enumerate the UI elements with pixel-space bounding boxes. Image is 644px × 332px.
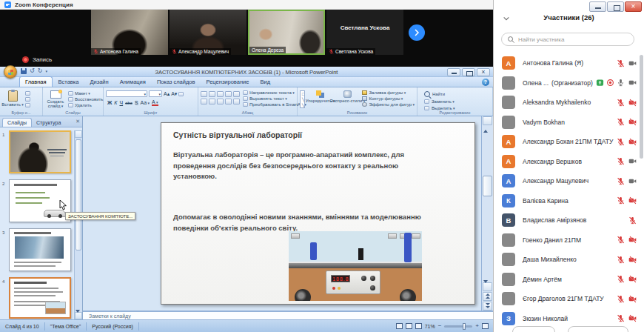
close-button[interactable]: [477, 68, 490, 76]
zoom-slider-thumb[interactable]: [463, 323, 466, 330]
current-slide[interactable]: Сутність віртуальної лабораторії Віртуал…: [161, 122, 475, 305]
increase-indent-button[interactable]: [225, 91, 232, 97]
tab-animatsiya[interactable]: Анимация: [115, 77, 151, 87]
slide-sorter-button[interactable]: [406, 323, 412, 329]
search-box[interactable]: [501, 33, 634, 46]
participant-row[interactable]: В Владислав Амірзянов: [494, 210, 644, 230]
tab-vstavka[interactable]: Вставка: [53, 77, 84, 87]
reset-button[interactable]: Восстановить: [68, 97, 103, 102]
copy-button[interactable]: [25, 97, 30, 102]
text-shadow-button[interactable]: S: [135, 100, 138, 105]
participant-row[interactable]: А Александр Вершков: [494, 152, 644, 172]
participant-row[interactable]: Олена ... (Организатор): [494, 73, 644, 93]
arrange-button[interactable]: Упорядочить: [307, 89, 332, 110]
language-indicator[interactable]: Русский (Россия): [87, 322, 139, 331]
format-painter-button[interactable]: [25, 103, 30, 107]
video-tile-uskova[interactable]: Светлана Ускова Светлана Ускова: [326, 10, 403, 55]
change-case-button[interactable]: Aa: [141, 100, 150, 105]
tab-slides[interactable]: Слайды: [2, 118, 32, 127]
participant-row[interactable]: Vadym Bokhan: [494, 113, 644, 133]
align-text-button[interactable]: Выровнять текст: [243, 96, 306, 101]
next-slide-button[interactable]: [483, 302, 492, 311]
new-slide-button[interactable]: Создать слайд: [45, 89, 66, 110]
restore-button[interactable]: [462, 68, 475, 76]
paste-button[interactable]: Вставить: [2, 89, 23, 110]
scroll-down-button[interactable]: [75, 312, 82, 319]
participant-row[interactable]: Єгор Драголов 21ГМ ТДАТУ: [494, 289, 644, 309]
normal-view-button[interactable]: [396, 323, 403, 329]
participant-row[interactable]: А Александр Бохан 21ПМ ТДАТУ: [494, 132, 644, 152]
scroll-down-button[interactable]: [483, 282, 492, 291]
participant-row[interactable]: Гоенко Данил 21ПМ: [494, 230, 644, 250]
previous-slide-button[interactable]: [483, 292, 492, 301]
panel-bottom-button[interactable]: [512, 326, 555, 332]
minimize-button[interactable]: [447, 68, 460, 76]
search-input[interactable]: [518, 36, 622, 43]
next-participants-button[interactable]: [409, 24, 425, 41]
replace-button[interactable]: Заменить: [424, 99, 490, 104]
scroll-up-button[interactable]: [483, 116, 492, 125]
clear-formatting-button[interactable]: [178, 92, 184, 96]
tab-vid[interactable]: Вид: [255, 77, 275, 87]
strikethrough-button[interactable]: abc: [125, 101, 133, 105]
bullets-button[interactable]: [201, 91, 207, 97]
italic-button[interactable]: К: [114, 100, 117, 105]
shapes-gallery[interactable]: □ ╲ ╲ ▭ ○ □△ ⌣ ⌒ ◇ ☆ ─✎ ╲ ∧ { } ☆: [300, 90, 305, 108]
font-size-select[interactable]: [149, 90, 162, 97]
font-name-select[interactable]: [106, 90, 147, 97]
close-panel-icon[interactable]: ✕: [76, 119, 80, 124]
fit-to-window-button[interactable]: [482, 323, 489, 329]
zoom-in-button[interactable]: +: [475, 323, 479, 329]
participant-row[interactable]: Дёмин Артём: [494, 270, 644, 290]
help-button[interactable]: ?: [482, 79, 489, 86]
quick-styles-button[interactable]: Экспресс-стили: [335, 89, 360, 110]
tab-dizayn[interactable]: Дизайн: [84, 77, 113, 87]
align-center-button[interactable]: [209, 99, 215, 104]
maximize-button[interactable]: [607, 1, 624, 12]
text-direction-button[interactable]: Направление текста: [243, 90, 306, 95]
video-tile-antonova[interactable]: Антонова Галина: [91, 10, 168, 55]
zoom-out-button[interactable]: −: [438, 323, 442, 329]
convert-smartart-button[interactable]: Преобразовать в SmartArt: [243, 102, 306, 107]
slide-thumbnail-1[interactable]: [9, 130, 71, 173]
cut-button[interactable]: [25, 91, 30, 96]
decrease-indent-button[interactable]: [217, 91, 224, 97]
video-tile-matsulevych[interactable]: Александр Мацулевич: [170, 10, 246, 55]
scroll-up-button[interactable]: [75, 130, 82, 138]
align-left-button[interactable]: [201, 99, 207, 104]
scrollbar-thumb[interactable]: [483, 176, 492, 196]
underline-button[interactable]: Ч: [119, 100, 123, 105]
scrollbar-thumb[interactable]: [76, 139, 81, 250]
participant-row[interactable]: А Александр Мацулевич: [494, 171, 644, 191]
thumbnails-scrollbar[interactable]: [74, 130, 82, 319]
grow-font-button[interactable]: A▴: [164, 91, 170, 96]
align-right-button[interactable]: [217, 99, 224, 104]
line-spacing-button[interactable]: [233, 91, 240, 97]
tab-glavnaya[interactable]: Главная: [19, 76, 53, 87]
zoom-level[interactable]: 71%: [425, 324, 435, 329]
layout-button[interactable]: Макет: [68, 91, 103, 96]
tab-pokaz-slaydov[interactable]: Показ слайдов: [152, 77, 201, 87]
notes-area[interactable]: Заметки к слайду: [83, 311, 493, 319]
vertical-scrollbar[interactable]: [481, 116, 493, 311]
tab-retsenzirovanie[interactable]: Рецензирование: [201, 77, 255, 87]
office-button[interactable]: [4, 65, 17, 79]
slide-thumbnail-3[interactable]: [9, 228, 71, 271]
delete-slide-button[interactable]: Удалить: [68, 103, 103, 107]
numbering-button[interactable]: [209, 91, 215, 97]
font-color-button[interactable]: А: [152, 99, 158, 106]
close-button[interactable]: [625, 1, 642, 12]
zoom-slider[interactable]: [444, 325, 472, 328]
participant-row[interactable]: Aleksandra Mykhailenko: [494, 93, 644, 113]
panel-bottom-button[interactable]: [568, 326, 628, 332]
shape-effects-button[interactable]: Эффекты для фигур: [362, 102, 415, 107]
tab-outline[interactable]: Структура: [32, 119, 65, 127]
slide-thumbnail-4-selected[interactable]: [9, 277, 71, 319]
participants-scrollbar[interactable]: [640, 55, 643, 159]
justify-button[interactable]: [225, 99, 232, 104]
video-tile-dereza-active-speaker[interactable]: Олена Дереза: [248, 10, 325, 55]
participant-row[interactable]: К Валієва Карина: [494, 191, 644, 211]
shape-outline-button[interactable]: Контур фигуры: [362, 96, 415, 101]
minimize-button[interactable]: [589, 1, 606, 12]
participant-row[interactable]: Даша Михайленко: [494, 250, 644, 270]
